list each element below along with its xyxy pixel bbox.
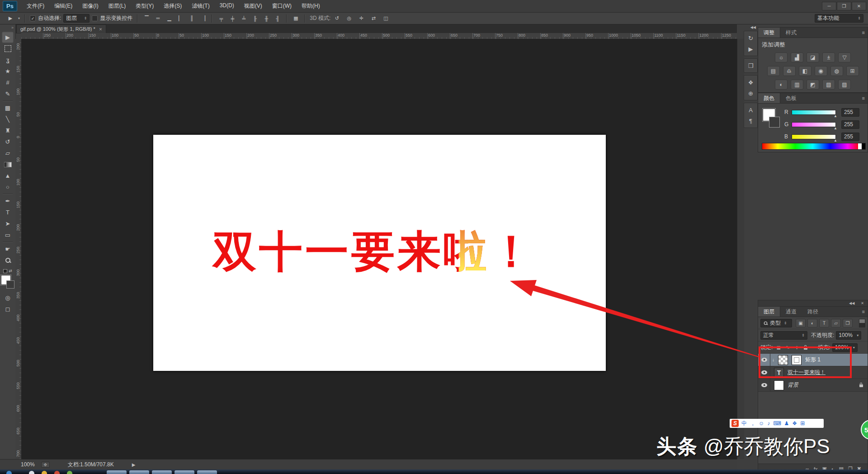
path-selection-tool[interactable]: ➤ <box>2 218 14 229</box>
distribute-right-icon[interactable]: ╢ <box>274 16 282 21</box>
quick-mask-button[interactable]: ◎ <box>2 292 14 303</box>
start-orb-icon[interactable] <box>6 471 12 474</box>
clone-stamp-tool[interactable]: ♜ <box>2 125 14 136</box>
align-bottom-icon[interactable]: ▁ <box>165 15 173 21</box>
canvas[interactable]: 双十一要来啦啦！ <box>153 135 606 371</box>
align-top-icon[interactable]: ▔ <box>142 15 151 21</box>
distribute-top-icon[interactable]: ╤ <box>217 16 225 21</box>
close-panel-icon[interactable]: ✕ <box>861 301 864 305</box>
background-color-swatch[interactable] <box>769 117 780 128</box>
align-left-icon[interactable]: ▏ <box>176 15 184 21</box>
filter-smart-objects-icon[interactable]: ❐ <box>843 319 853 327</box>
zoom-tool[interactable] <box>2 255 14 266</box>
gradient-map-icon[interactable]: ▧ <box>822 80 835 90</box>
slider-value-R[interactable]: 255 <box>841 108 859 117</box>
channel-mixer-icon[interactable]: ◍ <box>830 66 843 76</box>
document-tab[interactable]: gif.psd @ 100% (矩形 1, RGB/8) * ✕ <box>16 24 106 33</box>
distribute-vertical-center-icon[interactable]: ╪ <box>228 16 236 21</box>
slider-track-B[interactable]: ▲ <box>792 134 836 139</box>
filter-type-layers-icon[interactable]: T <box>819 319 829 327</box>
background-color-swatch[interactable] <box>6 280 14 289</box>
pen-tool[interactable]: ✒ <box>2 195 14 207</box>
move-tool[interactable]: ▶ <box>2 32 14 43</box>
distribute-bottom-icon[interactable]: ╧ <box>240 16 248 21</box>
clone-source-panel-icon[interactable]: ⊕ <box>745 88 756 99</box>
collapse-panel-icon[interactable]: ◀◀ <box>849 301 854 305</box>
levels-icon[interactable]: ▟ <box>791 52 803 62</box>
panel-menu-icon[interactable]: ≡ <box>862 30 865 35</box>
screen-mode-button[interactable]: ◻ <box>2 303 14 315</box>
vibrance-icon[interactable]: ▽ <box>838 52 851 62</box>
ime-icon[interactable]: ⊞ <box>800 421 805 426</box>
tab-close-icon[interactable]: ✕ <box>99 27 103 32</box>
ime-icon[interactable]: 中 <box>741 421 747 426</box>
show-transform-checkbox[interactable] <box>92 15 98 21</box>
paragraph-panel-icon[interactable]: ¶ <box>745 115 756 126</box>
character-panel-icon[interactable]: A <box>745 104 756 115</box>
taskbar-window-button[interactable] <box>129 470 149 474</box>
3d-roll-icon[interactable]: ◎ <box>345 15 353 21</box>
black-white-icon[interactable]: ◧ <box>799 66 811 76</box>
taskbar-window-button[interactable] <box>175 470 194 474</box>
menu-编辑(E)[interactable]: 编辑(E) <box>49 0 77 12</box>
ime-icon[interactable]: ， <box>750 421 755 426</box>
document-scrollbar[interactable] <box>737 39 744 459</box>
rectangle-tool[interactable]: ▭ <box>2 229 14 241</box>
type-tool[interactable]: T <box>2 207 14 218</box>
tab-channels[interactable]: 通道 <box>780 307 802 317</box>
taskbar-app-icon[interactable] <box>67 471 72 474</box>
menu-窗口(W)[interactable]: 窗口(W) <box>267 0 297 12</box>
3d-drag-icon[interactable]: ✛ <box>357 15 365 21</box>
blur-tool[interactable]: ▲ <box>2 170 14 181</box>
color-panel-swatches[interactable] <box>763 109 781 128</box>
healing-brush-tool[interactable]: ▩ <box>2 102 14 114</box>
exposure-icon[interactable]: ± <box>822 52 835 62</box>
gradient-tool[interactable] <box>2 159 14 170</box>
magic-wand-tool[interactable]: ★ <box>2 66 14 77</box>
ime-icon[interactable]: ♪ <box>767 421 770 426</box>
slider-thumb-icon[interactable]: ▲ <box>834 126 837 130</box>
minimize-button[interactable]: ─ <box>822 2 836 10</box>
slider-value-B[interactable]: 255 <box>841 133 859 141</box>
taskbar-app-icon[interactable] <box>54 471 60 474</box>
panel-menu-icon[interactable]: ≡ <box>862 95 865 101</box>
curves-icon[interactable]: ◪ <box>807 52 819 62</box>
status-expand-icon[interactable]: ▶ <box>132 462 136 467</box>
restore-button[interactable]: ❐ <box>837 2 851 10</box>
tab-styles[interactable]: 样式 <box>780 28 802 38</box>
filter-pixel-layers-icon[interactable]: ▣ <box>796 319 806 327</box>
black-endcap[interactable] <box>862 143 865 149</box>
tab-color[interactable]: 颜色 <box>758 93 780 103</box>
color-balance-icon[interactable]: ♎ <box>783 66 796 76</box>
3d-slide-icon[interactable]: ⇄ <box>369 15 377 21</box>
align-horizontal-center-icon[interactable]: ║ <box>188 15 196 21</box>
actions-panel-icon[interactable]: ▶ <box>745 43 756 54</box>
opacity-dropdown[interactable]: 100% ▾ <box>836 331 861 340</box>
blend-mode-dropdown[interactable]: 正常 ⇕ <box>760 331 807 340</box>
brightness-contrast-icon[interactable]: ☼ <box>775 52 788 62</box>
slider-value-G[interactable]: 255 <box>841 120 859 129</box>
tab-swatches[interactable]: 色板 <box>780 93 802 103</box>
photo-filter-icon[interactable]: ◉ <box>815 66 827 76</box>
ime-icon[interactable]: ♟ <box>784 421 789 426</box>
ime-icon[interactable]: ☺ <box>759 421 764 426</box>
menu-3D(D)[interactable]: 3D(D) <box>215 0 239 12</box>
tab-adjustments[interactable]: 调整 <box>758 28 780 38</box>
toolbar-collapse-icon[interactable]: » <box>11 25 14 30</box>
distribute-horizontal-center-icon[interactable]: ╫ <box>262 16 270 21</box>
rectangular-marquee-tool[interactable] <box>2 43 14 54</box>
filter-adjustment-layers-icon[interactable]: ◐ <box>807 319 817 327</box>
align-vertical-center-icon[interactable]: ═ <box>154 15 162 21</box>
color-swatch-control[interactable] <box>1 275 14 289</box>
taskbar-app-icon[interactable] <box>29 471 34 474</box>
move-tool-icon[interactable]: ▶ <box>6 15 14 21</box>
auto-select-dropdown[interactable]: 图层 ⇕ <box>63 14 90 23</box>
slider-track-G[interactable]: ▲ <box>792 122 836 127</box>
threshold-icon[interactable]: ◩ <box>807 80 819 90</box>
tool-preset-caret-icon[interactable]: ▾ <box>18 16 20 20</box>
filter-toggle-icon[interactable] <box>859 319 865 327</box>
posterize-icon[interactable]: ▥ <box>791 80 803 90</box>
taskbar-window-button[interactable] <box>197 470 217 474</box>
taskbar-window-button[interactable] <box>152 470 172 474</box>
dodge-tool[interactable]: ○ <box>2 181 14 193</box>
